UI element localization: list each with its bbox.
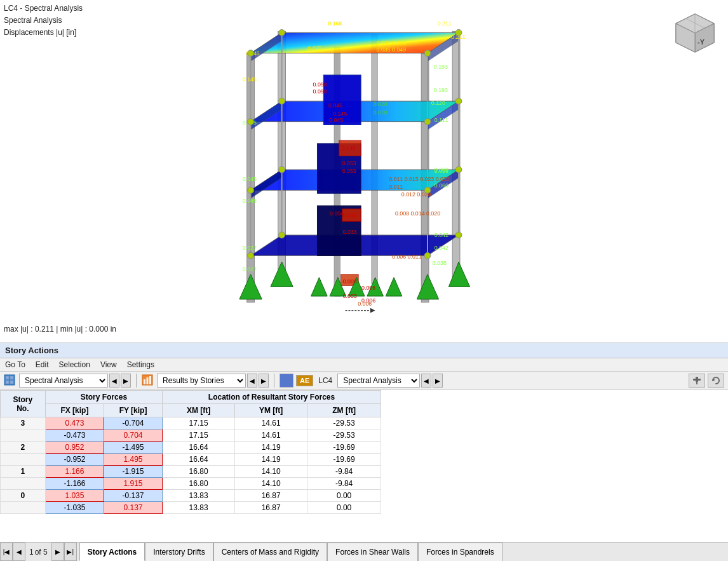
panel-toolbar: Spectral Analysis ◀ ▶ Results by Stories…: [0, 372, 728, 390]
svg-rect-114: [149, 376, 151, 384]
col-ym: YM [ft]: [235, 404, 307, 417]
svg-point-94: [455, 166, 462, 173]
tab-forces-in-spandrels[interactable]: Forces in Spandrels: [418, 543, 502, 561]
lc-number: LC4: [316, 376, 335, 385]
analysis-icon: [4, 374, 15, 388]
cell-zm: -9.84: [307, 478, 381, 490]
svg-rect-113: [147, 377, 149, 384]
analysis-next-btn[interactable]: ▶: [121, 374, 131, 388]
last-page-btn[interactable]: ▶|: [64, 543, 77, 561]
col-group-location: Location of Resultant Story Forces: [163, 391, 381, 404]
cell-fx: 0.473: [45, 417, 104, 429]
svg-point-84: [279, 29, 285, 36]
svg-text:0.075: 0.075: [308, 44, 322, 51]
cell-ym: 14.10: [235, 466, 307, 478]
panel-title: Story Actions: [0, 343, 728, 358]
svg-marker-28: [271, 262, 293, 287]
cell-fx: -1.035: [45, 502, 104, 514]
cell-fy: -1.915: [104, 466, 163, 478]
svg-text:0.193: 0.193: [434, 87, 448, 93]
first-page-btn[interactable]: |◀: [0, 543, 13, 561]
cell-fx: -0.952: [45, 454, 104, 466]
cell-fx: 1.166: [45, 466, 104, 478]
story-actions-table: StoryNo. Story Forces Location of Result…: [0, 390, 381, 514]
lc-prev-btn[interactable]: ◀: [421, 374, 431, 388]
cell-story-no: 0: [1, 490, 46, 502]
menu-selection[interactable]: Selection: [59, 360, 90, 369]
cell-fx: -1.166: [45, 478, 104, 490]
svg-point-96: [279, 232, 285, 238]
svg-point-97: [424, 252, 431, 259]
svg-point-95: [248, 252, 254, 259]
svg-point-87: [248, 118, 254, 125]
svg-text:0.011: 0.011: [389, 184, 403, 190]
svg-text:0.045: 0.045: [243, 175, 257, 182]
col-xm: XM [ft]: [163, 404, 235, 417]
separator-2: [274, 374, 274, 388]
tab-story-actions[interactable]: Story Actions: [79, 543, 145, 561]
col-fy: FY [kip]: [104, 404, 163, 417]
tab-forces-in-shear-walls[interactable]: Forces in Shear Walls: [327, 543, 418, 561]
next-page-btn[interactable]: ▶: [51, 543, 64, 561]
svg-marker-27: [417, 274, 438, 299]
cell-xm: 17.15: [163, 417, 235, 429]
cell-story-no: 2: [1, 442, 46, 454]
svg-point-90: [455, 98, 462, 104]
svg-text:0.145: 0.145: [333, 110, 347, 116]
cell-fy: 0.137: [104, 502, 163, 514]
page-total: of 5: [35, 548, 48, 557]
results-prev-btn[interactable]: ◀: [247, 374, 257, 388]
cell-fy: 1.495: [104, 454, 163, 466]
svg-rect-109: [6, 381, 9, 384]
results-dropdown[interactable]: Results by Stories: [157, 374, 246, 388]
svg-point-98: [455, 232, 462, 238]
results-select[interactable]: Results by Stories ◀ ▶: [157, 374, 269, 388]
menu-settings[interactable]: Settings: [127, 360, 154, 369]
svg-text:0.011 0.015 0.023 0.032: 0.011 0.015 0.023 0.032: [389, 175, 450, 182]
tab-centers-of-mass-and-rigidity[interactable]: Centers of Mass and Rigidity: [213, 543, 327, 561]
lc-select[interactable]: Spectral Analysis ◀ ▶: [337, 374, 443, 388]
cell-story-no: [1, 478, 46, 490]
cell-fx: -0.473: [45, 429, 104, 442]
cell-xm: 16.64: [163, 442, 235, 454]
menu-goto[interactable]: Go To: [5, 360, 25, 369]
cell-xm: 17.15: [163, 429, 235, 442]
svg-text:0.035 0.049: 0.035 0.049: [377, 46, 407, 52]
pin-button[interactable]: [689, 374, 705, 388]
building-svg: 0.168 0.211 0.211 0.035 0.049 0.035 0.04…: [205, 13, 523, 330]
analysis-prev-btn[interactable]: ◀: [109, 374, 119, 388]
prev-page-btn[interactable]: ◀: [13, 543, 25, 561]
tab-interstory-drifts[interactable]: Interstory Drifts: [145, 543, 213, 561]
analysis-dropdown[interactable]: Spectral Analysis: [19, 374, 108, 388]
panel-menu: Go To Edit Selection View Settings: [0, 358, 728, 372]
cell-zm: -29.53: [307, 417, 381, 429]
cube-navigator[interactable]: -Y: [670, 8, 720, 58]
results-next-btn[interactable]: ▶: [259, 374, 269, 388]
menu-view[interactable]: View: [100, 360, 117, 369]
svg-text:0.193: 0.193: [434, 64, 448, 70]
bottom-tabs-bar: |◀ ◀ 1 of 5 ▶ ▶| Story ActionsInterstory…: [0, 542, 728, 561]
tab-buttons: Story ActionsInterstory DriftsCenters of…: [79, 543, 502, 561]
analysis-select[interactable]: Spectral Analysis ◀ ▶: [19, 374, 131, 388]
menu-edit[interactable]: Edit: [36, 360, 49, 369]
lc-next-btn[interactable]: ▶: [433, 374, 443, 388]
svg-marker-26: [239, 274, 262, 299]
svg-text:0.056: 0.056: [435, 167, 448, 173]
lc-dropdown[interactable]: Spectral Analysis: [337, 374, 420, 388]
results-icon: [142, 374, 153, 388]
svg-text:0.035 0.049: 0.035 0.049: [377, 39, 407, 46]
cell-ym: 16.87: [235, 490, 307, 502]
cell-fy: -1.495: [104, 442, 163, 454]
svg-text:0.145: 0.145: [243, 76, 257, 82]
svg-text:0.098: 0.098: [313, 88, 327, 95]
cell-zm: -19.69: [307, 454, 381, 466]
cell-xm: 13.83: [163, 490, 235, 502]
svg-text:0.120: 0.120: [431, 100, 445, 106]
cell-xm: 16.64: [163, 454, 235, 466]
svg-text:0.028: 0.028: [374, 109, 388, 115]
refresh-button[interactable]: [708, 374, 724, 388]
table-row: 20.952-1.49516.6414.19-19.69: [1, 442, 381, 454]
col-fx: FX [kip]: [45, 404, 104, 417]
svg-point-83: [248, 50, 254, 56]
lc-ae-badge: AE: [296, 375, 313, 386]
